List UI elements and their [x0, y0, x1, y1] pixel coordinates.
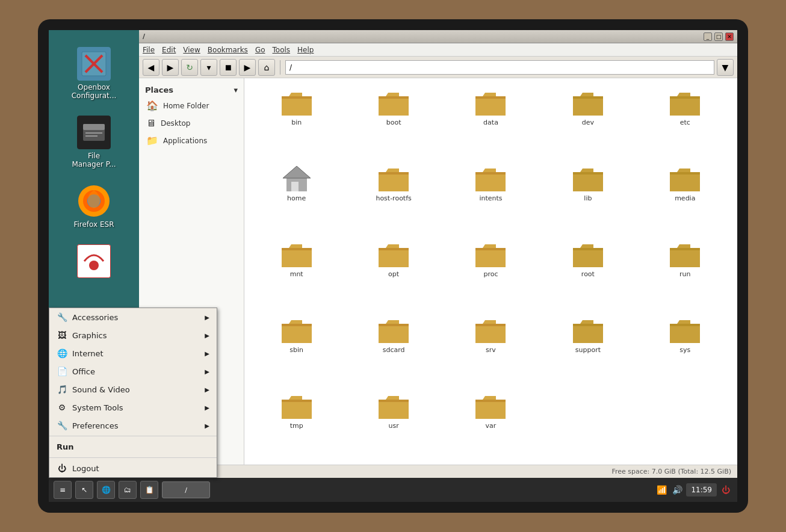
accessories-arrow: ▶: [205, 314, 209, 321]
folder-etc[interactable]: etc: [639, 84, 731, 155]
forward2-button[interactable]: ▶: [239, 59, 256, 76]
dropdown-button[interactable]: ▾: [200, 59, 217, 76]
graphics-icon: 🖼: [57, 330, 67, 341]
folder-sdcard[interactable]: sdcard: [347, 312, 439, 383]
maximize-button[interactable]: □: [714, 32, 723, 41]
folder-data[interactable]: data: [445, 84, 537, 155]
menu-file[interactable]: File: [143, 46, 155, 54]
folder-opt[interactable]: opt: [347, 236, 439, 307]
folder-dev-label: dev: [582, 119, 594, 126]
home-button[interactable]: ⌂: [258, 59, 275, 76]
menu-edit[interactable]: Edit: [162, 46, 176, 54]
file-manager-window: / _ □ ✕ File Edit View Bookmarks Go Tool…: [139, 30, 737, 478]
folder-usr[interactable]: usr: [347, 388, 439, 459]
toolbar-separator: [280, 60, 280, 75]
openbox-config-icon[interactable]: OpenboxConfigurat...: [55, 42, 133, 105]
menu-go[interactable]: Go: [255, 46, 265, 54]
menu-view[interactable]: View: [183, 46, 200, 54]
folder-support[interactable]: support: [542, 312, 634, 383]
file-manager-label: FileManager P...: [72, 152, 116, 169]
taskbar-task-file-manager[interactable]: /: [162, 481, 210, 498]
go-button[interactable]: ▼: [717, 59, 734, 76]
tray-power-icon[interactable]: ⏻: [719, 483, 732, 496]
system-tools-icon: ⚙: [57, 402, 67, 413]
folder-media[interactable]: media: [639, 160, 731, 231]
folder-root[interactable]: root: [542, 236, 634, 307]
taskbar-icon4[interactable]: 📋: [140, 481, 158, 499]
folder-mnt-label: mnt: [290, 270, 303, 278]
folder-bin-label: bin: [291, 119, 302, 126]
folder-sys[interactable]: sys: [639, 312, 731, 383]
logout-button[interactable]: ⏻ Logout: [49, 459, 217, 477]
file-manager-icon[interactable]: FileManager P...: [55, 111, 133, 173]
reload-button[interactable]: ↻: [181, 59, 198, 76]
menu-item-system-tools[interactable]: ⚙ System Tools ▶: [49, 398, 217, 416]
folder-home[interactable]: home: [250, 160, 342, 231]
location-bar[interactable]: /: [285, 60, 714, 75]
svg-marker-19: [379, 99, 409, 116]
menu-separator: [49, 436, 217, 436]
folder-home-label: home: [287, 194, 306, 202]
folder-srv[interactable]: srv: [445, 312, 537, 383]
tray-network-icon[interactable]: 📶: [655, 483, 668, 496]
folder-intents-label: intents: [479, 194, 502, 202]
folder-lib[interactable]: lib: [542, 160, 634, 231]
location-bar-value: /: [289, 63, 292, 72]
menu-item-accessories[interactable]: 🔧 Accessories ▶: [49, 308, 217, 326]
folder-boot-label: boot: [386, 119, 401, 126]
menu-bookmarks[interactable]: Bookmarks: [208, 46, 248, 54]
free-space-label: Free space: 7.0 GiB (Total: 12.5 GiB): [611, 468, 731, 475]
accessories-icon: 🔧: [57, 312, 67, 323]
folder-proc-label: proc: [483, 270, 498, 278]
folder-var[interactable]: var: [445, 388, 537, 459]
menu-tools[interactable]: Tools: [273, 46, 291, 54]
back-button[interactable]: ◀: [143, 59, 159, 76]
folder-etc-label: etc: [680, 119, 690, 126]
folder-bin[interactable]: bin: [250, 84, 342, 155]
folder-root-label: root: [581, 270, 595, 278]
forward-button[interactable]: ▶: [162, 59, 179, 76]
svg-marker-22: [475, 99, 506, 116]
taskbar-menu-button[interactable]: ≡: [54, 481, 72, 499]
menu-item-office[interactable]: 📄 Office ▶: [49, 362, 217, 380]
folder-host-rootfs-label: host-rootfs: [376, 194, 411, 202]
sidebar-applications[interactable]: 📁 Applications: [139, 132, 244, 149]
menu-item-sound-video[interactable]: 🎵 Sound & Video ▶: [49, 380, 217, 398]
sidebar-desktop[interactable]: 🖥 Desktop: [139, 114, 244, 132]
folder-dev[interactable]: dev: [542, 84, 634, 155]
menu-item-graphics[interactable]: 🖼 Graphics ▶: [49, 326, 217, 344]
menu-help[interactable]: Help: [297, 46, 314, 54]
folder-mnt[interactable]: mnt: [250, 236, 342, 307]
menu-item-preferences[interactable]: 🔧 Preferences ▶: [49, 416, 217, 435]
svg-marker-65: [379, 326, 409, 343]
folder-proc[interactable]: proc: [445, 236, 537, 307]
sound-video-icon: 🎵: [57, 384, 67, 395]
svg-marker-71: [573, 326, 603, 343]
folder-boot[interactable]: boot: [347, 84, 439, 155]
folder-host-rootfs[interactable]: host-rootfs: [347, 160, 439, 231]
folder-tmp[interactable]: tmp: [250, 388, 342, 459]
stop-button[interactable]: ⏹: [220, 59, 237, 76]
minimize-button[interactable]: _: [704, 32, 712, 41]
folder-run[interactable]: run: [639, 236, 731, 307]
svg-point-13: [89, 261, 99, 270]
folder-tmp-label: tmp: [290, 422, 303, 430]
sidebar-home-folder[interactable]: 🏠 Home Folder: [139, 97, 244, 114]
menu-item-internet[interactable]: 🌐 Internet ▶: [49, 344, 217, 362]
firefox-icon[interactable]: Firefox ESR: [55, 179, 133, 234]
taskbar-icon2[interactable]: 🌐: [97, 481, 115, 499]
places-collapse-icon[interactable]: ▾: [234, 85, 238, 94]
svg-marker-44: [670, 175, 700, 191]
taskbar-icon3[interactable]: 🗂: [119, 481, 137, 499]
close-button[interactable]: ✕: [725, 32, 734, 41]
taskbar-icon1[interactable]: ↖: [75, 481, 93, 499]
folder-sbin[interactable]: sbin: [250, 312, 342, 383]
app4-icon[interactable]: [55, 240, 133, 285]
taskbar-systray: 📶 🔊 11:59 ⏻: [655, 483, 732, 496]
tray-volume-icon[interactable]: 🔊: [670, 483, 684, 496]
folder-opt-label: opt: [388, 270, 399, 278]
folder-intents[interactable]: intents: [445, 160, 537, 231]
run-button[interactable]: Run: [49, 438, 217, 456]
svg-marker-77: [282, 402, 312, 419]
fm-file-area: bin boot data: [244, 78, 737, 465]
